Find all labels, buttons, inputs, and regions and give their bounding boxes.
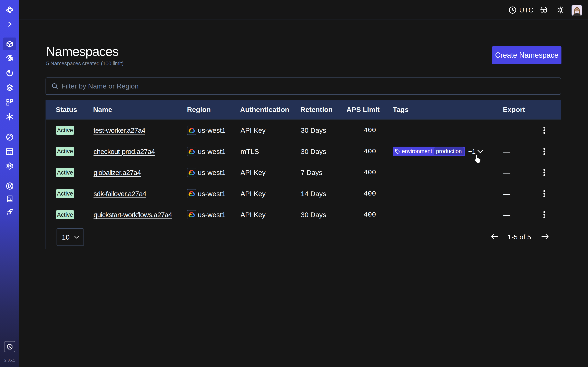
svg-text:$: $ bbox=[9, 345, 11, 349]
